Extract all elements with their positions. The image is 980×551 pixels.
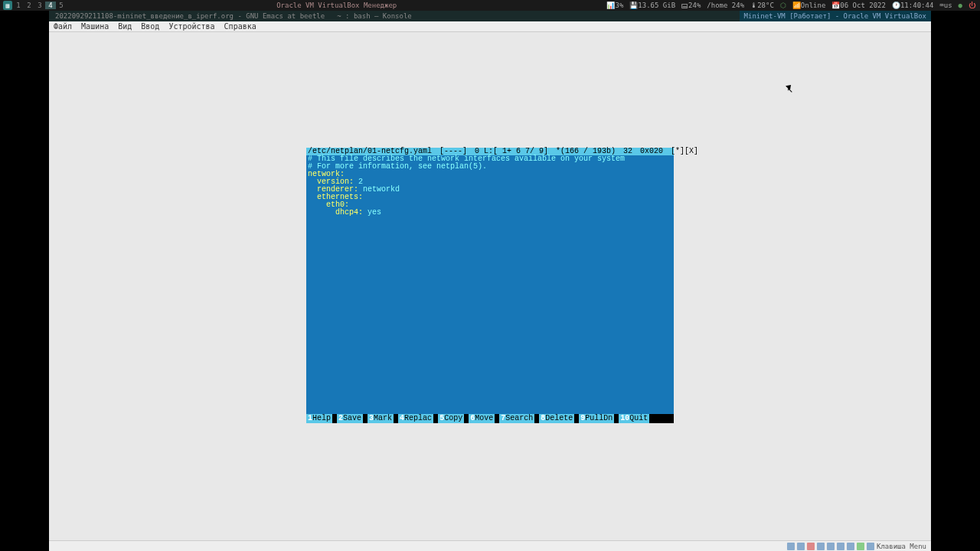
fnkey-move[interactable]: 6Move: [469, 414, 495, 423]
fnkey-pulldn[interactable]: 9PullDn: [579, 414, 614, 423]
shared-folder-icon[interactable]: [837, 543, 844, 550]
title-emacs: 20220929211108-mininet_введение_в_iperf.…: [49, 12, 331, 20]
date-indicator: 📅06 Oct 2022: [831, 2, 886, 9]
menu-Ввод[interactable]: Ввод: [136, 22, 164, 31]
fnkey-mark[interactable]: 3Mark: [368, 414, 394, 423]
menu-Устройства[interactable]: Устройства: [164, 22, 219, 31]
hdd-icon[interactable]: [787, 543, 795, 550]
fnkey-copy[interactable]: 5Copy: [438, 414, 464, 423]
guest-additions-icon[interactable]: [867, 543, 874, 550]
recording-icon[interactable]: [857, 543, 864, 550]
editor-line: ethernets:: [308, 194, 672, 201]
workspace-2[interactable]: 2: [24, 2, 34, 9]
editor-content[interactable]: # This file describes the network interf…: [306, 155, 674, 217]
fnkey-quit[interactable]: 10Quit: [619, 414, 649, 423]
app-menu-icon[interactable]: ▦: [3, 1, 12, 10]
vm-menubar: ФайлМашинаВидВводУстройстваСправка: [49, 21, 931, 32]
title-konsole: ~ : bash — Konsole: [331, 12, 418, 20]
host-taskbar: ▦ 12345 Oracle VM VirtualBox Менеджер 📊3…: [0, 0, 980, 11]
workspace-5[interactable]: 5: [56, 2, 67, 9]
mem-indicator: 💾13.65 GiB: [629, 2, 675, 9]
temp-indicator: 🌡28°C: [750, 2, 774, 9]
menu-Файл[interactable]: Файл: [49, 22, 77, 31]
time-indicator: 🕐11:40:44: [892, 2, 933, 9]
display-icon[interactable]: [847, 543, 854, 550]
fnkey-delete[interactable]: 8Delete: [539, 414, 574, 423]
fnkey-save[interactable]: 2Save: [337, 414, 363, 423]
menu-Справка[interactable]: Справка: [220, 22, 261, 31]
vm-statusbar: Клавиша Menu: [49, 540, 931, 551]
audio-icon[interactable]: [807, 543, 815, 550]
workspace-4[interactable]: 4: [45, 2, 56, 9]
workspace-3[interactable]: 3: [34, 2, 45, 9]
fn-key-bar: 1Help2Save3Mark4Replac5Copy6Move7Search8…: [306, 414, 674, 423]
workspace-1[interactable]: 1: [13, 2, 24, 9]
tray-icon[interactable]: ●: [959, 2, 962, 9]
title-vbox: Mininet-VM [Работает] - Oracle VM Virtua…: [740, 11, 931, 21]
left-letterbox: [0, 11, 49, 551]
vpn-icon[interactable]: ⬡: [780, 2, 786, 9]
net-icon[interactable]: [817, 543, 825, 550]
mcedit-terminal[interactable]: /etc/netplan/01-netcfg.yaml [----] 0 L:[…: [306, 148, 674, 423]
menu-Вид[interactable]: Вид: [113, 22, 136, 31]
right-letterbox: [931, 11, 980, 551]
cpu-indicator: 📊3%: [606, 2, 623, 9]
taskbar-center-title: Oracle VM VirtualBox Менеджер: [276, 2, 397, 9]
home-indicator: /home 24%: [707, 2, 744, 9]
editor-line: # For more information, see netplan(5).: [308, 163, 672, 171]
disk-indicator: 🖴24%: [681, 2, 701, 9]
editor-line: dhcp4: yes: [308, 209, 672, 217]
hex-val: 0x020: [640, 148, 663, 155]
window-title-bar: 20220929211108-mininet_введение_в_iperf.…: [49, 11, 931, 21]
fnkey-search[interactable]: 7Search: [499, 414, 534, 423]
host-key-hint: Клавиша Menu: [877, 543, 926, 550]
fnkey-help[interactable]: 1Help: [306, 414, 332, 423]
optical-icon[interactable]: [797, 543, 805, 550]
mode-indicator: [*][X]: [671, 148, 698, 155]
fnkey-replac[interactable]: 4Replac: [398, 414, 433, 423]
usb-icon[interactable]: [827, 543, 835, 550]
kb-layout[interactable]: ⌨us: [939, 2, 952, 9]
power-icon[interactable]: ⏻: [969, 2, 975, 9]
menu-Машина[interactable]: Машина: [77, 22, 113, 31]
net-indicator: 📶Online: [792, 2, 826, 9]
